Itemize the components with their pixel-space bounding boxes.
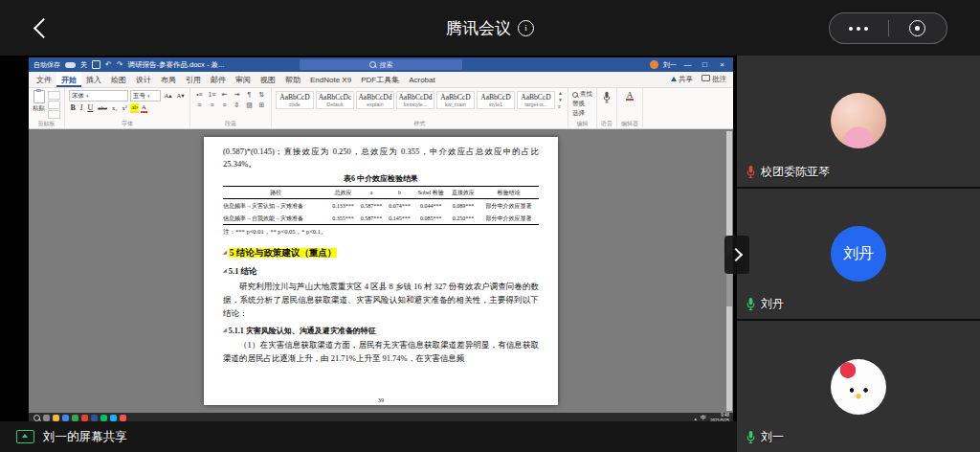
- align-right-icon[interactable]: ≡: [219, 101, 230, 109]
- tab-mailings[interactable]: 邮件: [206, 72, 231, 87]
- tray-chevron-icon[interactable]: ▴: [694, 416, 697, 421]
- qq-icon[interactable]: [110, 415, 117, 421]
- shading-icon[interactable]: ▨: [244, 101, 255, 109]
- avatar: [831, 93, 886, 148]
- tab-insert[interactable]: 插入: [81, 72, 106, 87]
- account-avatar[interactable]: [650, 60, 658, 69]
- replace-button[interactable]: 替换: [572, 100, 592, 108]
- subscript-button[interactable]: x₂: [111, 103, 120, 113]
- tab-view[interactable]: 视图: [256, 72, 280, 87]
- tab-help[interactable]: 帮助: [280, 72, 305, 87]
- pilcrow-icon[interactable]: ¶: [244, 90, 255, 99]
- info-icon[interactable]: [518, 20, 534, 36]
- table-caption: 表6 中介效应检验结果: [223, 173, 539, 184]
- edge-icon[interactable]: [72, 415, 78, 421]
- font-name-select[interactable]: 宋体: [69, 90, 128, 102]
- tab-design[interactable]: 设计: [131, 72, 156, 87]
- styles-more-icon[interactable]: ≡: [558, 103, 563, 109]
- style-item[interactable]: AaBbCcD target-tr...: [517, 91, 555, 109]
- sidebar-collapse-button[interactable]: [724, 236, 749, 274]
- document-page[interactable]: (0.587)*(0.145)；直接效应为 0.250，总效应为 0.355，中…: [204, 137, 558, 405]
- style-item[interactable]: AaBbCcDc Default: [316, 91, 354, 109]
- style-item[interactable]: AaBbCcDd fontstyle...: [396, 91, 434, 109]
- undo-icon[interactable]: ↶: [105, 61, 112, 69]
- close-icon[interactable]: ×: [716, 57, 728, 72]
- sort-icon[interactable]: ⇅: [256, 90, 267, 99]
- outdent-icon[interactable]: ⇤: [219, 90, 230, 99]
- word-titlebar: 自动保存 关 ↶ ↷ 调研报告-参赛作品.docx - 兼... 搜索 刘一 —…: [29, 57, 733, 72]
- chrome-icon[interactable]: [62, 415, 69, 421]
- share-button[interactable]: 共享: [671, 75, 693, 84]
- tab-acrobat[interactable]: Acrobat: [404, 72, 440, 87]
- clipboard-group: 粘贴 剪贴板: [29, 88, 65, 128]
- participant-tile[interactable]: 刘一: [737, 321, 980, 452]
- exit-circle-icon[interactable]: [889, 13, 947, 43]
- table-header: b: [386, 187, 414, 199]
- font-color-icon[interactable]: A: [141, 103, 147, 113]
- style-item[interactable]: AaBbCcD style1: [477, 91, 515, 109]
- participant-name: 刘一: [761, 429, 784, 445]
- font-group: 宋体 五号 A▴ A▾ B I U abc x₂ x² ab A 字体: [65, 88, 190, 128]
- editor-icon[interactable]: A: [626, 91, 635, 101]
- tab-endnote[interactable]: EndNote X9: [305, 72, 356, 87]
- line-spacing-icon[interactable]: ⇕: [232, 101, 242, 109]
- participant-name: 校团委陈亚琴: [761, 164, 830, 180]
- borders-icon[interactable]: ⊞: [256, 101, 267, 109]
- styles-up-icon[interactable]: ▲: [558, 90, 563, 96]
- tab-layout[interactable]: 布局: [156, 72, 181, 87]
- paste-button[interactable]: 粘贴: [33, 90, 45, 119]
- copy-icon[interactable]: [48, 101, 60, 109]
- wechat-icon[interactable]: [100, 415, 107, 421]
- numbering-icon[interactable]: 1≡: [207, 90, 217, 99]
- style-item[interactable]: AaBbCcD kw_main: [436, 91, 475, 109]
- word-search-input[interactable]: 搜索: [300, 59, 462, 70]
- underline-button[interactable]: U: [86, 103, 95, 113]
- pinned-app-icon[interactable]: [120, 415, 126, 421]
- section-heading: 5 结论与政策建议（重点）: [223, 247, 539, 260]
- tab-draw[interactable]: 绘图: [106, 72, 131, 87]
- task-view-icon[interactable]: [43, 415, 50, 421]
- indent-icon[interactable]: ⇥: [232, 90, 242, 99]
- mic-muted-icon: [746, 165, 756, 179]
- word-icon[interactable]: [91, 415, 98, 421]
- screen-share-icon: [16, 430, 34, 443]
- participant-tile[interactable]: 刘丹 刘丹: [737, 189, 980, 320]
- tab-pdf-tools[interactable]: PDF工具集: [356, 72, 404, 87]
- comment-button[interactable]: 批注: [702, 75, 726, 84]
- italic-button[interactable]: I: [78, 103, 84, 113]
- grow-font-icon[interactable]: A▴: [163, 91, 173, 101]
- style-item[interactable]: AaBbCcD code: [276, 91, 314, 109]
- page-number: 39: [204, 396, 558, 403]
- participant-tile[interactable]: 校团委陈亚琴: [737, 56, 980, 187]
- music-icon[interactable]: [81, 415, 88, 421]
- superscript-button[interactable]: x²: [121, 103, 128, 113]
- tab-file[interactable]: 文件: [32, 72, 56, 87]
- find-button[interactable]: 查找: [572, 90, 592, 99]
- restore-icon[interactable]: □: [699, 57, 711, 72]
- bullets-icon[interactable]: •≡: [194, 90, 205, 99]
- text-highlight-icon[interactable]: ab: [130, 103, 139, 113]
- bold-button[interactable]: B: [69, 103, 77, 113]
- tab-home[interactable]: 开始: [56, 72, 81, 87]
- save-icon[interactable]: [92, 60, 100, 69]
- format-painter-icon[interactable]: [48, 110, 60, 119]
- file-explorer-icon[interactable]: [53, 415, 59, 421]
- minimize-icon[interactable]: —: [681, 57, 694, 72]
- styles-down-icon[interactable]: ▼: [558, 97, 563, 102]
- align-left-icon[interactable]: ≡: [194, 101, 205, 109]
- font-size-select[interactable]: 五号: [130, 90, 161, 102]
- select-button[interactable]: 选择: [572, 109, 592, 118]
- autosave-toggle[interactable]: [65, 62, 76, 68]
- strikethrough-button[interactable]: abc: [97, 103, 109, 113]
- style-item[interactable]: AaBbCcDd explain: [356, 91, 394, 109]
- redo-icon[interactable]: ↷: [117, 61, 123, 69]
- tab-references[interactable]: 引用: [181, 72, 206, 87]
- more-options-icon[interactable]: [830, 13, 888, 43]
- voice-group: 语音: [597, 88, 617, 128]
- styles-group: AaBbCcD code AaBbCcDc Default AaBbCcDd e…: [272, 88, 568, 128]
- cut-icon[interactable]: [48, 91, 60, 100]
- dictate-mic-icon[interactable]: [602, 91, 612, 103]
- tab-review[interactable]: 审阅: [231, 72, 256, 87]
- shrink-font-icon[interactable]: A▾: [175, 91, 186, 101]
- align-center-icon[interactable]: ≡: [207, 101, 217, 109]
